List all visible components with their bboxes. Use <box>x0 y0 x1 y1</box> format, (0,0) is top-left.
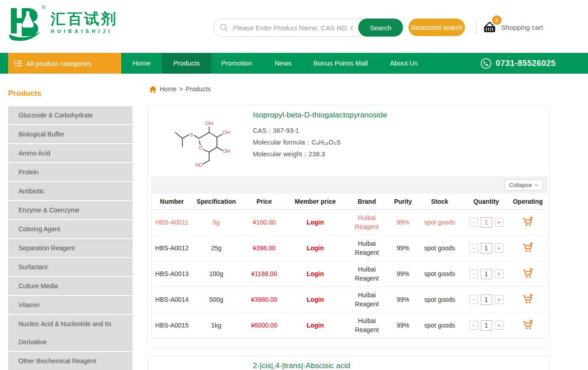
add-to-cart-button[interactable] <box>522 319 534 331</box>
nav-item-home[interactable]: Home <box>133 53 151 74</box>
row-number[interactable]: HBS-A0012 <box>152 244 192 252</box>
sidebar-title: Products <box>8 89 42 98</box>
sidebar-item-surfactant[interactable]: Surfactant <box>8 258 133 276</box>
search-button[interactable]: Search <box>358 19 403 37</box>
sidebar-item-protein[interactable]: Protein <box>8 163 133 181</box>
add-to-cart-button[interactable] <box>522 216 534 228</box>
col-price: Price <box>240 198 288 205</box>
increase-button[interactable]: + <box>495 269 503 278</box>
product-formula: Molecular formula：C₉H₁₈O₅S <box>253 138 341 147</box>
login-link[interactable]: Login <box>288 296 342 303</box>
sidebar-item-culture-media[interactable]: Culture Media <box>8 277 133 295</box>
sidebar-item-glucoside[interactable]: Glucoside & Carbohydrate <box>8 106 133 124</box>
add-to-cart-button[interactable] <box>522 268 534 280</box>
phone-icon <box>480 58 492 69</box>
login-link[interactable]: Login <box>288 322 342 329</box>
nav-item-products[interactable]: Products <box>162 53 211 74</box>
decrease-button[interactable]: - <box>469 269 478 278</box>
increase-button[interactable]: + <box>495 244 503 253</box>
molecule-structure-image: SO OHOH OHHO <box>165 113 237 170</box>
quantity-value[interactable]: 1 <box>481 295 492 305</box>
cas-value: 367-93-1 <box>273 127 299 134</box>
sidebar-item-antibiotic[interactable]: Antibiotic <box>8 182 133 200</box>
row-stock: spot goods <box>415 270 465 277</box>
decrease-button[interactable]: - <box>469 295 478 304</box>
logo-text: 汇百试剂 HUIBAISHIJI <box>51 5 118 34</box>
increase-button[interactable]: + <box>495 295 503 304</box>
price-table: Collapse Number Specification Price Memb… <box>151 177 547 339</box>
row-number[interactable]: HBS-A0013 <box>152 270 192 277</box>
all-categories-button[interactable]: All product categories <box>8 53 121 74</box>
row-number[interactable]: HBS-A0015 <box>152 322 192 329</box>
phone-number: 0731-85526025 <box>496 59 556 68</box>
cas-label: CAS： <box>253 127 273 134</box>
nav-item-news[interactable]: News <box>275 53 292 74</box>
decrease-button[interactable]: - <box>469 244 478 253</box>
add-to-cart-button[interactable] <box>522 242 534 254</box>
row-specification: 1kg <box>192 322 240 329</box>
sidebar-item-separation-reagent[interactable]: Separation Reagent <box>8 239 133 257</box>
sidebar-item-enzyme-coenzyme[interactable]: Enzyme & Coenzyme <box>8 201 133 219</box>
nav-item-about-us[interactable]: About Us <box>390 53 418 74</box>
login-link[interactable]: Login <box>288 219 342 226</box>
table-row: HBS-A0012 25g ¥398.00 Login Huibai Reage… <box>152 235 547 261</box>
add-cart-icon <box>522 242 534 253</box>
table-header-row: Number Specification Price Member price … <box>152 194 547 210</box>
row-brand: Huibai Reagent <box>342 265 391 283</box>
cart-count-badge: 0 <box>492 15 502 25</box>
col-specification: Specification <box>192 198 240 205</box>
quantity-value[interactable]: 1 <box>481 320 492 331</box>
row-price: ¥398.00 <box>240 244 288 252</box>
svg-text:OH: OH <box>223 130 230 135</box>
quantity-value[interactable]: 1 <box>481 269 492 279</box>
sidebar-item-other-biochemical[interactable]: Other Biochemical Reagent <box>8 352 133 370</box>
sidebar-item-nucleic-acid[interactable]: Nucleic Acid & Nucleotide and Its Deriva… <box>8 315 133 351</box>
breadcrumb-home[interactable]: Home <box>160 85 176 93</box>
quantity-value[interactable]: 1 <box>481 243 492 253</box>
sidebar-item-biological-buffer[interactable]: Biological Buffer <box>8 125 133 143</box>
phone-contact: 0731-85526025 <box>480 53 556 74</box>
row-operating <box>508 216 548 228</box>
main-nav: All product categories Home Products Pro… <box>0 53 588 74</box>
increase-button[interactable]: + <box>495 321 503 330</box>
login-link[interactable]: Login <box>288 270 342 277</box>
logo-english: HUIBAISHIJI <box>51 28 118 34</box>
product-title-link[interactable]: 2-|cis|,4-|trans|-Abscisic acid <box>253 361 350 370</box>
col-brand: Brand <box>342 198 391 205</box>
row-brand: Huibai Reagent <box>342 213 391 231</box>
search-icon <box>220 23 228 32</box>
collapse-button[interactable]: Collapse <box>504 179 543 191</box>
row-operating <box>508 268 548 280</box>
svg-text:O: O <box>199 145 203 150</box>
increase-button[interactable]: + <box>495 218 503 227</box>
row-purity: 99% <box>391 244 415 252</box>
decrease-button[interactable]: - <box>469 321 478 330</box>
product-title-link[interactable]: Isopropyl-beta-D-thiogalactopyranoside <box>253 111 387 120</box>
table-row: HBS-A0014 500g ¥3980.00 Login Huibai Rea… <box>152 287 547 313</box>
shopping-cart[interactable]: 0 Shopping cart <box>482 18 543 36</box>
row-purity: 99% <box>391 219 415 226</box>
row-number[interactable]: HBS-A0011 <box>152 219 192 226</box>
brand-text: Huibai Reagent <box>352 290 382 309</box>
add-cart-icon <box>522 216 534 227</box>
nav-item-bonus-points-mall[interactable]: Bonus Points Mall <box>313 53 368 74</box>
row-specification: 500g <box>192 296 240 303</box>
row-operating <box>508 319 548 331</box>
sidebar-item-vitamin[interactable]: Vitamin <box>8 296 133 314</box>
row-specification: 25g <box>192 244 240 252</box>
logo[interactable]: ® 汇百试剂 HUIBAISHIJI <box>8 5 118 44</box>
sidebar-item-coloring-agent[interactable]: Coloring Agent <box>8 220 133 238</box>
sidebar-item-amino-acid[interactable]: Amino Acid <box>8 144 133 162</box>
home-icon <box>149 86 156 93</box>
svg-text:OH: OH <box>205 121 213 126</box>
col-quantity: Quantity <box>465 198 508 205</box>
quantity-value[interactable]: 1 <box>481 217 492 228</box>
add-to-cart-button[interactable] <box>522 294 534 305</box>
decrease-button[interactable]: - <box>469 218 478 227</box>
row-number[interactable]: HBS-A0014 <box>152 296 192 303</box>
login-link[interactable]: Login <box>288 244 342 252</box>
structured-search-button[interactable]: Structured search <box>408 19 465 36</box>
table-row: HBS-A0015 1kg ¥6000.00 Login Huibai Reag… <box>152 313 547 338</box>
row-purity: 99% <box>391 270 415 277</box>
nav-item-promotion[interactable]: Promotion <box>221 53 252 74</box>
